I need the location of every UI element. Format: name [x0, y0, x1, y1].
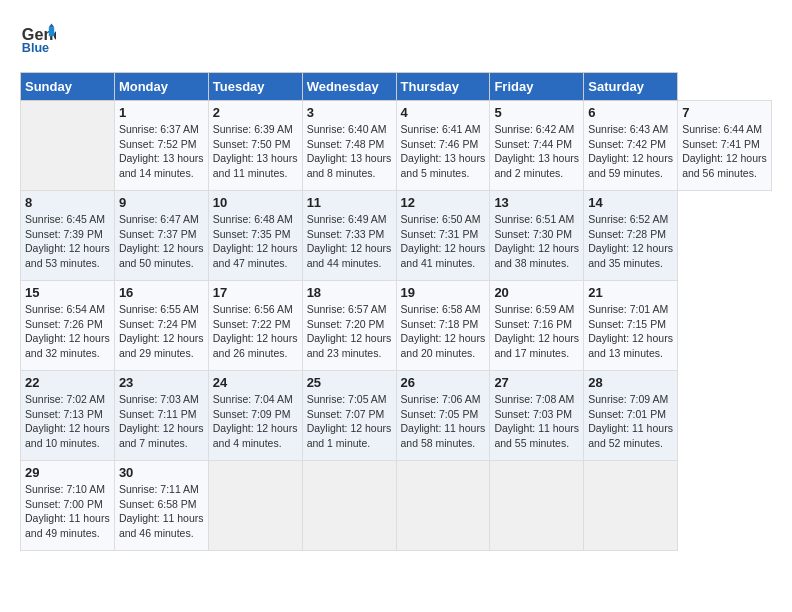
sunrise-label: Sunrise: 6:48 AM: [213, 213, 293, 225]
daylight-label: Daylight: 13 hours and 8 minutes.: [307, 152, 392, 179]
sunset-label: Sunset: 7:52 PM: [119, 138, 197, 150]
day-info: Sunrise: 6:42 AM Sunset: 7:44 PM Dayligh…: [494, 122, 579, 181]
sunrise-label: Sunrise: 7:11 AM: [119, 483, 199, 495]
sunset-label: Sunset: 7:22 PM: [213, 318, 291, 330]
day-info: Sunrise: 7:09 AM Sunset: 7:01 PM Dayligh…: [588, 392, 673, 451]
sunset-label: Sunset: 7:26 PM: [25, 318, 103, 330]
daylight-label: Daylight: 12 hours and 26 minutes.: [213, 332, 298, 359]
calendar-cell: 2 Sunrise: 6:39 AM Sunset: 7:50 PM Dayli…: [208, 101, 302, 191]
calendar-cell: 16 Sunrise: 6:55 AM Sunset: 7:24 PM Dayl…: [114, 281, 208, 371]
sunrise-label: Sunrise: 7:01 AM: [588, 303, 668, 315]
day-info: Sunrise: 7:05 AM Sunset: 7:07 PM Dayligh…: [307, 392, 392, 451]
daylight-label: Daylight: 12 hours and 4 minutes.: [213, 422, 298, 449]
sunrise-label: Sunrise: 6:42 AM: [494, 123, 574, 135]
day-info: Sunrise: 6:58 AM Sunset: 7:18 PM Dayligh…: [401, 302, 486, 361]
calendar-cell: 26 Sunrise: 7:06 AM Sunset: 7:05 PM Dayl…: [396, 371, 490, 461]
sunset-label: Sunset: 7:31 PM: [401, 228, 479, 240]
day-number: 26: [401, 375, 486, 390]
day-info: Sunrise: 7:11 AM Sunset: 6:58 PM Dayligh…: [119, 482, 204, 541]
day-info: Sunrise: 7:08 AM Sunset: 7:03 PM Dayligh…: [494, 392, 579, 451]
day-info: Sunrise: 6:40 AM Sunset: 7:48 PM Dayligh…: [307, 122, 392, 181]
day-number: 15: [25, 285, 110, 300]
calendar-cell: 25 Sunrise: 7:05 AM Sunset: 7:07 PM Dayl…: [302, 371, 396, 461]
sunrise-label: Sunrise: 6:50 AM: [401, 213, 481, 225]
sunrise-label: Sunrise: 6:43 AM: [588, 123, 668, 135]
calendar-cell: 7 Sunrise: 6:44 AM Sunset: 7:41 PM Dayli…: [678, 101, 772, 191]
calendar-cell: 9 Sunrise: 6:47 AM Sunset: 7:37 PM Dayli…: [114, 191, 208, 281]
sunrise-label: Sunrise: 7:05 AM: [307, 393, 387, 405]
daylight-label: Daylight: 11 hours and 58 minutes.: [401, 422, 486, 449]
sunrise-label: Sunrise: 6:49 AM: [307, 213, 387, 225]
day-info: Sunrise: 7:06 AM Sunset: 7:05 PM Dayligh…: [401, 392, 486, 451]
daylight-label: Daylight: 12 hours and 41 minutes.: [401, 242, 486, 269]
day-number: 18: [307, 285, 392, 300]
calendar-header: SundayMondayTuesdayWednesdayThursdayFrid…: [21, 73, 772, 101]
day-info: Sunrise: 6:48 AM Sunset: 7:35 PM Dayligh…: [213, 212, 298, 271]
day-info: Sunrise: 7:04 AM Sunset: 7:09 PM Dayligh…: [213, 392, 298, 451]
sunset-label: Sunset: 7:50 PM: [213, 138, 291, 150]
day-info: Sunrise: 6:47 AM Sunset: 7:37 PM Dayligh…: [119, 212, 204, 271]
sunset-label: Sunset: 7:37 PM: [119, 228, 197, 240]
day-info: Sunrise: 6:37 AM Sunset: 7:52 PM Dayligh…: [119, 122, 204, 181]
calendar-week-1: 1 Sunrise: 6:37 AM Sunset: 7:52 PM Dayli…: [21, 101, 772, 191]
calendar-cell: 21 Sunrise: 7:01 AM Sunset: 7:15 PM Dayl…: [584, 281, 678, 371]
calendar-cell: 8 Sunrise: 6:45 AM Sunset: 7:39 PM Dayli…: [21, 191, 115, 281]
day-header-wednesday: Wednesday: [302, 73, 396, 101]
daylight-label: Daylight: 12 hours and 20 minutes.: [401, 332, 486, 359]
calendar-week-2: 8 Sunrise: 6:45 AM Sunset: 7:39 PM Dayli…: [21, 191, 772, 281]
logo-icon: General Blue: [20, 20, 56, 56]
day-number: 30: [119, 465, 204, 480]
sunrise-label: Sunrise: 6:41 AM: [401, 123, 481, 135]
day-number: 29: [25, 465, 110, 480]
sunrise-label: Sunrise: 6:51 AM: [494, 213, 574, 225]
sunrise-label: Sunrise: 7:06 AM: [401, 393, 481, 405]
sunrise-label: Sunrise: 6:52 AM: [588, 213, 668, 225]
sunset-label: Sunset: 7:24 PM: [119, 318, 197, 330]
day-number: 22: [25, 375, 110, 390]
calendar-cell: 4 Sunrise: 6:41 AM Sunset: 7:46 PM Dayli…: [396, 101, 490, 191]
sunset-label: Sunset: 7:13 PM: [25, 408, 103, 420]
sunrise-label: Sunrise: 6:59 AM: [494, 303, 574, 315]
sunrise-label: Sunrise: 6:57 AM: [307, 303, 387, 315]
calendar-cell: 17 Sunrise: 6:56 AM Sunset: 7:22 PM Dayl…: [208, 281, 302, 371]
daylight-label: Daylight: 12 hours and 38 minutes.: [494, 242, 579, 269]
calendar-cell: [302, 461, 396, 551]
calendar-cell: 19 Sunrise: 6:58 AM Sunset: 7:18 PM Dayl…: [396, 281, 490, 371]
calendar-cell: 27 Sunrise: 7:08 AM Sunset: 7:03 PM Dayl…: [490, 371, 584, 461]
calendar-week-5: 29 Sunrise: 7:10 AM Sunset: 7:00 PM Dayl…: [21, 461, 772, 551]
sunset-label: Sunset: 7:18 PM: [401, 318, 479, 330]
day-info: Sunrise: 6:54 AM Sunset: 7:26 PM Dayligh…: [25, 302, 110, 361]
daylight-label: Daylight: 11 hours and 46 minutes.: [119, 512, 204, 539]
sunrise-label: Sunrise: 6:56 AM: [213, 303, 293, 315]
daylight-label: Daylight: 12 hours and 47 minutes.: [213, 242, 298, 269]
day-info: Sunrise: 6:51 AM Sunset: 7:30 PM Dayligh…: [494, 212, 579, 271]
daylight-label: Daylight: 12 hours and 13 minutes.: [588, 332, 673, 359]
sunset-label: Sunset: 7:28 PM: [588, 228, 666, 240]
day-number: 6: [588, 105, 673, 120]
svg-text:Blue: Blue: [22, 41, 49, 55]
day-number: 9: [119, 195, 204, 210]
calendar-cell: 11 Sunrise: 6:49 AM Sunset: 7:33 PM Dayl…: [302, 191, 396, 281]
sunset-label: Sunset: 7:00 PM: [25, 498, 103, 510]
daylight-label: Daylight: 12 hours and 59 minutes.: [588, 152, 673, 179]
daylight-label: Daylight: 12 hours and 23 minutes.: [307, 332, 392, 359]
sunset-label: Sunset: 7:33 PM: [307, 228, 385, 240]
sunrise-label: Sunrise: 6:58 AM: [401, 303, 481, 315]
daylight-label: Daylight: 13 hours and 2 minutes.: [494, 152, 579, 179]
daylight-label: Daylight: 11 hours and 55 minutes.: [494, 422, 579, 449]
calendar-cell: 20 Sunrise: 6:59 AM Sunset: 7:16 PM Dayl…: [490, 281, 584, 371]
sunset-label: Sunset: 7:15 PM: [588, 318, 666, 330]
sunset-label: Sunset: 6:58 PM: [119, 498, 197, 510]
calendar-cell: [208, 461, 302, 551]
day-number: 20: [494, 285, 579, 300]
calendar-cell: [396, 461, 490, 551]
daylight-label: Daylight: 12 hours and 7 minutes.: [119, 422, 204, 449]
day-info: Sunrise: 7:01 AM Sunset: 7:15 PM Dayligh…: [588, 302, 673, 361]
sunset-label: Sunset: 7:09 PM: [213, 408, 291, 420]
daylight-label: Daylight: 12 hours and 17 minutes.: [494, 332, 579, 359]
calendar-cell: 1 Sunrise: 6:37 AM Sunset: 7:52 PM Dayli…: [114, 101, 208, 191]
sunset-label: Sunset: 7:16 PM: [494, 318, 572, 330]
day-info: Sunrise: 6:59 AM Sunset: 7:16 PM Dayligh…: [494, 302, 579, 361]
sunrise-label: Sunrise: 7:08 AM: [494, 393, 574, 405]
calendar-cell: 6 Sunrise: 6:43 AM Sunset: 7:42 PM Dayli…: [584, 101, 678, 191]
